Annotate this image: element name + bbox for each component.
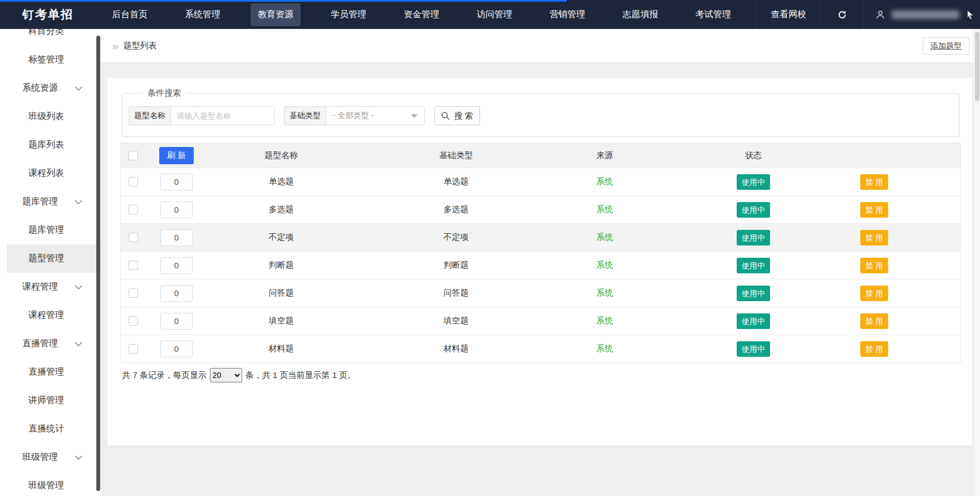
view-school-link[interactable]: 查看网校	[756, 9, 821, 21]
sidebar-item-class-list[interactable]: 班级列表	[7, 102, 101, 131]
disable-button[interactable]: 禁 用	[860, 313, 888, 329]
table-row: 判断题 判断题 系统 使用中 禁 用	[121, 251, 961, 279]
sidebar-item-question-bank-list[interactable]: 题库列表	[7, 131, 101, 159]
sidebar-scrollbar[interactable]	[96, 36, 100, 491]
sidebar-group-class[interactable]: 班级管理	[7, 443, 101, 472]
source-label: 系统	[557, 232, 652, 243]
nav-item-students[interactable]: 学员管理	[324, 3, 374, 26]
nav-item-system[interactable]: 系统管理	[178, 3, 228, 26]
sidebar-group-course[interactable]: 课程管理	[7, 273, 101, 301]
nav-item-marketing[interactable]: 营销管理	[542, 3, 592, 26]
row-checkbox[interactable]	[129, 261, 138, 270]
app-root: 钉考单招 后台首页 系统管理 教育资源 学员管理 资金管理 访问管理 营销管理 …	[0, 0, 980, 496]
source-label: 系统	[557, 204, 652, 215]
page-scrollbar[interactable]	[973, 29, 980, 496]
sidebar-item-course-list[interactable]: 课程列表	[7, 159, 101, 188]
refresh-button[interactable]: 刷 新	[159, 147, 194, 164]
nav-item-funds[interactable]: 资金管理	[396, 3, 447, 26]
chevron-down-icon	[75, 86, 82, 91]
content-card: 条件搜索 题型名称 基础类型 - 全部类型 - 搜 索	[107, 78, 972, 445]
pagination-summary-suffix: 条，共 1 页当前显示第 1 页。	[246, 370, 356, 381]
nav-item-education[interactable]: 教育资源	[251, 3, 301, 26]
sort-order-input[interactable]	[160, 202, 193, 218]
select-all-checkbox[interactable]	[129, 151, 138, 160]
search-panel-legend: 条件搜索	[142, 88, 187, 99]
sidebar-item-course-management[interactable]: 课程管理	[7, 301, 101, 330]
row-checkbox[interactable]	[129, 205, 138, 214]
sidebar-item-question-type-management[interactable]: 题型管理	[7, 244, 101, 273]
sidebar-group-system-resources[interactable]: 系统资源	[7, 74, 101, 102]
sort-order-input[interactable]	[160, 313, 193, 330]
sidebar: 科目分类 标签管理 系统资源 班级列表 题库列表 课程列表 题库管理 题库管理 …	[0, 29, 101, 496]
page-scrollbar-thumb[interactable]	[975, 32, 979, 101]
sidebar-item-class-management[interactable]: 班级管理	[7, 472, 101, 496]
sidebar-group-question-bank[interactable]: 题库管理	[7, 188, 101, 216]
sidebar-item-live-management[interactable]: 直播管理	[7, 358, 101, 386]
table-row: 材料题 材料题 系统 使用中 禁 用	[121, 335, 961, 362]
chevron-down-icon	[75, 285, 82, 290]
question-type-table: 刷 新 题型名称 基础类型 来源 状态 单选题 单选题 系统 使用中 禁 用	[120, 143, 961, 363]
table-row: 单选题 单选题 系统 使用中 禁 用	[121, 168, 961, 195]
status-badge: 使用中	[737, 230, 770, 245]
user-account-area[interactable]	[864, 9, 977, 20]
disable-button[interactable]: 禁 用	[860, 341, 888, 357]
source-label: 系统	[557, 260, 652, 271]
search-button[interactable]: 搜 索	[434, 106, 480, 125]
sidebar-item-lecturer-management[interactable]: 讲师管理	[7, 386, 101, 415]
refresh-icon[interactable]	[821, 9, 863, 20]
sidebar-item-tag-management[interactable]: 标签管理	[7, 46, 101, 74]
row-checkbox[interactable]	[129, 177, 138, 186]
sidebar-menu: 科目分类 标签管理 系统资源 班级列表 题库列表 课程列表 题库管理 题库管理 …	[0, 29, 101, 496]
disable-button[interactable]: 禁 用	[860, 230, 888, 245]
nav-item-dashboard[interactable]: 后台首页	[105, 3, 155, 26]
table-header-row: 刷 新 题型名称 基础类型 来源 状态	[121, 143, 961, 168]
sort-order-input[interactable]	[160, 341, 193, 357]
status-badge: 使用中	[737, 258, 770, 273]
column-header-base-type: 基础类型	[355, 150, 557, 161]
base-type-select[interactable]: 基础类型 - 全部类型 -	[284, 106, 425, 125]
search-panel: 条件搜索 题型名称 基础类型 - 全部类型 - 搜 索	[122, 88, 959, 137]
navbar-right-tools: 查看网校	[756, 0, 977, 29]
disable-button[interactable]: 禁 用	[860, 202, 888, 218]
page-size-select[interactable]: 20	[210, 368, 242, 382]
row-checkbox[interactable]	[129, 288, 138, 298]
sidebar-item-subject-category[interactable]: 科目分类	[7, 29, 101, 46]
disable-button[interactable]: 禁 用	[860, 174, 888, 190]
search-controls: 题型名称 基础类型 - 全部类型 - 搜 索	[129, 106, 959, 125]
base-type-selected-value: - 全部类型 -	[326, 107, 409, 125]
breadcrumb-bar: » 题型列表 添加题型	[101, 29, 980, 62]
chevron-down-icon	[75, 342, 82, 347]
disable-button[interactable]: 禁 用	[860, 286, 888, 301]
table-row: 填空题 填空题 系统 使用中 禁 用	[121, 307, 961, 335]
status-badge: 使用中	[737, 313, 770, 329]
sidebar-item-question-bank-management[interactable]: 题库管理	[7, 216, 101, 244]
add-question-type-button[interactable]: 添加题型	[923, 37, 969, 55]
status-badge: 使用中	[737, 202, 770, 218]
sort-order-input[interactable]	[160, 229, 193, 246]
main-menu: 后台首页 系统管理 教育资源 学员管理 资金管理 访问管理 营销管理 志愿填报 …	[105, 3, 738, 26]
row-checkbox[interactable]	[129, 316, 138, 326]
table-row: 问答题 问答题 系统 使用中 禁 用	[121, 279, 961, 307]
question-type-name-input[interactable]	[171, 107, 274, 125]
nav-item-application[interactable]: 志愿填报	[615, 3, 665, 26]
sort-order-input[interactable]	[160, 174, 193, 190]
page-title: 题型列表	[124, 41, 157, 51]
search-icon	[441, 111, 450, 120]
sort-order-input[interactable]	[160, 257, 193, 274]
row-checkbox[interactable]	[129, 344, 138, 353]
nav-item-exam[interactable]: 考试管理	[688, 3, 738, 26]
sort-order-input[interactable]	[160, 285, 193, 302]
row-checkbox[interactable]	[129, 233, 138, 242]
user-icon	[875, 9, 886, 20]
nav-item-access[interactable]: 访问管理	[469, 3, 520, 26]
disable-button[interactable]: 禁 用	[860, 258, 888, 273]
sidebar-group-live[interactable]: 直播管理	[7, 330, 101, 358]
source-label: 系统	[557, 316, 652, 326]
sidebar-item-live-statistics[interactable]: 直播统计	[7, 415, 101, 443]
base-type-label: 基础类型	[285, 107, 326, 125]
app-logo[interactable]: 钉考单招	[22, 7, 74, 22]
source-label: 系统	[557, 288, 652, 298]
username-blurred	[891, 11, 959, 19]
main-content: » 题型列表 添加题型 条件搜索 题型名称 基础类型 - 全部类型 -	[101, 29, 980, 496]
status-badge: 使用中	[737, 286, 770, 301]
